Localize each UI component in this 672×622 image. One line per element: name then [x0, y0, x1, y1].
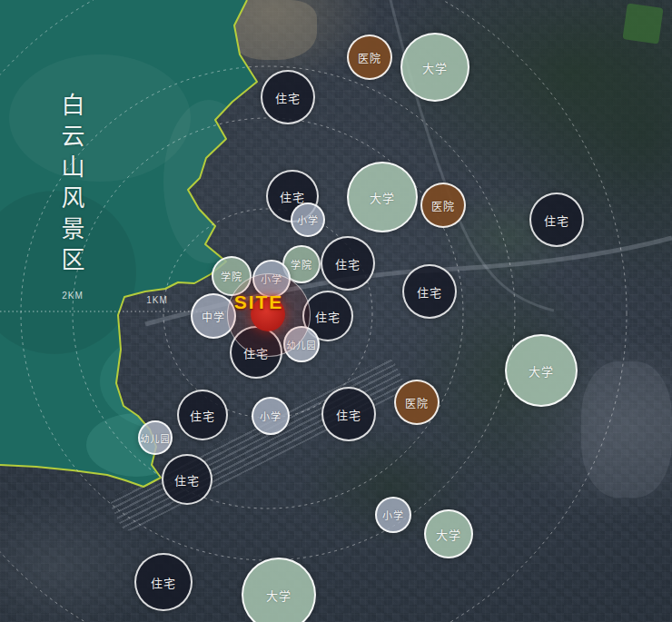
marker-label: 大学	[529, 362, 554, 380]
marker-label: 医院	[431, 198, 455, 213]
marker-residential: 住宅	[230, 326, 282, 379]
marker-elementary: 小学	[252, 260, 291, 298]
marker-hospital: 医院	[394, 380, 440, 425]
marker-label: 住宅	[335, 255, 361, 272]
marker-residential: 住宅	[134, 553, 193, 611]
markers-layer: 医院大学住宅住宅大学医院小学住宅学院住宅学院小学中学住宅住宅幼儿园住宅大学医院住…	[0, 0, 672, 622]
marker-university: 大学	[400, 33, 469, 102]
marker-residential: 住宅	[162, 454, 212, 505]
marker-residential: 住宅	[321, 236, 375, 291]
marker-label: 住宅	[174, 471, 200, 489]
marker-label: 学院	[221, 269, 242, 283]
marker-label: 住宅	[151, 574, 176, 591]
marker-kindergarten: 幼儿园	[138, 420, 173, 455]
marker-label: 医院	[358, 50, 381, 65]
marker-kindergarten: 幼儿园	[283, 326, 320, 362]
marker-residential: 住宅	[177, 390, 228, 440]
marker-university: 大学	[424, 509, 473, 558]
marker-residential: 住宅	[321, 387, 376, 441]
marker-residential: 住宅	[529, 193, 584, 247]
marker-elementary: 小学	[375, 497, 411, 533]
marker-label: 大学	[436, 526, 461, 543]
marker-hospital: 医院	[420, 183, 466, 228]
marker-label: 大学	[266, 587, 292, 604]
marker-university: 大学	[505, 334, 578, 407]
marker-label: 中学	[202, 309, 225, 324]
marker-label: 住宅	[544, 212, 569, 229]
marker-residential: 住宅	[402, 264, 457, 319]
marker-label: 小学	[382, 508, 404, 522]
marker-label: 住宅	[280, 188, 305, 205]
marker-label: 住宅	[190, 407, 215, 424]
marker-university: 大学	[242, 558, 316, 622]
marker-label: 小学	[260, 409, 282, 423]
marker-label: 住宅	[336, 406, 361, 423]
marker-label: 学院	[291, 257, 312, 272]
marker-label: 大学	[370, 189, 395, 206]
marker-label: 住宅	[417, 283, 442, 301]
marker-label: 住宅	[315, 308, 341, 325]
marker-residential: 住宅	[261, 70, 315, 124]
marker-middle: 中学	[191, 293, 236, 339]
marker-label: 住宅	[275, 89, 301, 106]
marker-label: 大学	[422, 59, 448, 76]
marker-label: 幼儿园	[141, 431, 171, 445]
marker-label: 小学	[297, 212, 319, 227]
marker-hospital: 医院	[347, 35, 392, 80]
site-analysis-map: 白云山风景区 2KM 1KM 医院大学住宅住宅大学医院小学住宅学院住宅学院小学中…	[0, 0, 672, 622]
marker-label: 住宅	[243, 344, 269, 361]
marker-elementary: 小学	[291, 202, 325, 237]
marker-label: 小学	[261, 272, 282, 286]
marker-label: 幼儿园	[287, 338, 317, 351]
marker-elementary: 小学	[252, 397, 290, 435]
marker-label: 医院	[405, 395, 429, 410]
marker-college: 学院	[212, 256, 252, 296]
marker-university: 大学	[347, 162, 418, 232]
